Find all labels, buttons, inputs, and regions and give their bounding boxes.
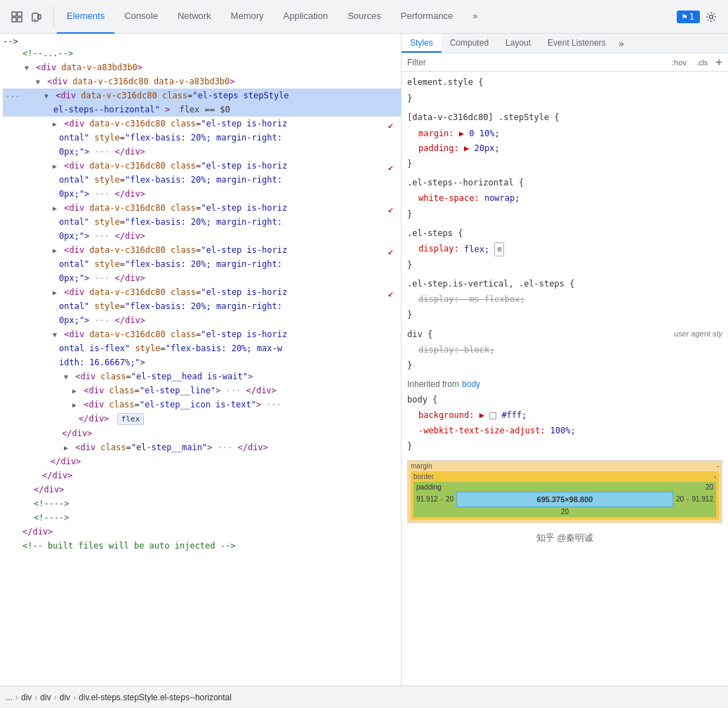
dash-right: -	[687, 495, 689, 503]
status-div2[interactable]: div	[40, 693, 51, 702]
html-line-child2c[interactable]: 0px;"> ··· </div>	[3, 187, 401, 201]
html-line-child4c[interactable]: 0px;"> ··· </div>	[3, 271, 401, 285]
html-line-child2[interactable]: <div data-v-c316dc80 class="el-step is-h…	[3, 159, 401, 173]
expand-arrow[interactable]	[70, 400, 79, 410]
html-line-child1[interactable]: <div data-v-c316dc80 class="el-step is-h…	[3, 117, 401, 131]
content-size: 695.375×98.800	[537, 495, 593, 504]
tab-application[interactable]: Application	[274, 0, 338, 34]
css-selector: .el-step.is-vertical, .el-steps {	[407, 279, 574, 289]
svg-rect-1	[18, 12, 22, 16]
svg-rect-5	[39, 15, 41, 19]
html-line-autoinject[interactable]: <!-- built files will be auto injected -…	[3, 539, 401, 553]
expand-arrow[interactable]	[51, 245, 59, 256]
html-line-child6c[interactable]: idth: 16.6667%;">	[3, 355, 401, 369]
status-div1[interactable]: div	[21, 693, 32, 702]
html-line-child1b[interactable]: ontal" style="flex-basis: 20%; margin-ri…	[3, 131, 401, 145]
tab-performance[interactable]: Performance	[391, 0, 463, 34]
margin-dash: -	[717, 462, 719, 470]
expand-arrow[interactable]	[62, 442, 70, 453]
box-model-margin: margin - border - padding 20	[408, 461, 722, 523]
expand-arrow[interactable]	[70, 386, 79, 396]
html-line-child4[interactable]: <div data-v-c316dc80 class="el-step is-h…	[3, 243, 401, 257]
tab-computed[interactable]: Computed	[442, 34, 497, 53]
line-content: <div data-v-c316dc80 data-v-a83bd3b0>	[22, 75, 401, 88]
status-el-steps[interactable]: div.el-steps.stepStyle.el-steps--horizon…	[79, 693, 232, 702]
tab-network[interactable]: Network	[168, 0, 221, 34]
expand-arrow[interactable]	[51, 161, 59, 171]
line-content: 0px;"> ··· </div>	[22, 145, 401, 158]
html-line-6close[interactable]: </div>	[3, 454, 401, 468]
flex-icon-badge[interactable]: ⊞	[494, 242, 504, 256]
html-line-stepline[interactable]: <div class="el-step__line"> ··· </div>	[3, 383, 401, 398]
html-line-comment1[interactable]: <!--...-->	[3, 46, 401, 60]
pad-bottom: 20	[416, 508, 713, 516]
html-line-icon[interactable]: <div class="el-step__icon is-text"> ···	[3, 398, 401, 412]
css-rule-el-steps: .el-steps { display: flex; ⊞ }	[402, 225, 728, 273]
html-line-child6b[interactable]: ontal is-flex" style="flex-basis: 20%; m…	[3, 341, 401, 355]
expand-arrow[interactable]	[34, 77, 42, 87]
expand-arrow[interactable]	[51, 119, 59, 129]
notification-button[interactable]: ⚑ 1	[677, 11, 700, 23]
flex-badge[interactable]: flex	[117, 413, 145, 425]
html-line-child4b[interactable]: ontal" style="flex-basis: 20%; margin-ri…	[3, 257, 401, 271]
html-line-head[interactable]: <div class="el-step__head is-wait">	[3, 369, 401, 383]
tab-sources[interactable]: Sources	[338, 0, 391, 34]
tab-more[interactable]: »	[463, 0, 487, 34]
css-selector: element.style {	[407, 77, 483, 87]
css-rule-body: body { background: ▶ #fff; -webkit-text-…	[402, 392, 728, 454]
html-line-main[interactable]: <div class="el-step__main"> ··· </div>	[3, 440, 401, 454]
status-breadcrumb-dots[interactable]: ...	[6, 693, 13, 702]
tab-console[interactable]: Console	[114, 0, 168, 34]
html-line-comment2[interactable]: <!---->	[3, 497, 401, 511]
html-line-child3c[interactable]: 0px;"> ··· </div>	[3, 229, 401, 243]
html-line-head-close[interactable]: </div>	[3, 426, 401, 440]
expand-arrow[interactable]	[51, 287, 59, 298]
settings-icon[interactable]	[703, 8, 720, 25]
tab-elements[interactable]: Elements	[57, 0, 114, 34]
red-arrow-4: ↙	[388, 244, 394, 258]
html-line-icon-close[interactable]: </div> flex	[3, 412, 401, 426]
html-line-child2b[interactable]: ontal" style="flex-basis: 20%; margin-ri…	[3, 173, 401, 187]
color-swatch-white[interactable]	[489, 412, 496, 419]
box-model-border: border - padding 20 91.912	[411, 471, 719, 520]
tab-styles[interactable]: Styles	[402, 34, 442, 53]
html-line-1close[interactable]: </div>	[3, 525, 401, 539]
html-line-2close[interactable]: </div>	[3, 483, 401, 497]
html-line-child5b[interactable]: ontal" style="flex-basis: 20%; margin-ri…	[3, 299, 401, 313]
cls-button[interactable]: .cls	[694, 58, 710, 67]
html-line-child5[interactable]: <div data-v-c316dc80 class="el-step is-h…	[3, 285, 401, 299]
inspect-icon[interactable]	[8, 8, 25, 25]
html-line-selected-cont[interactable]: el-steps--horizontal" > flex == $0	[3, 103, 401, 117]
device-icon[interactable]	[28, 8, 45, 25]
line-content: ontal" style="flex-basis: 20%; margin-ri…	[22, 131, 401, 144]
notification-count: 1	[689, 12, 694, 22]
status-div3[interactable]: div	[60, 693, 70, 702]
expand-arrow[interactable]	[62, 372, 70, 382]
tab-memory[interactable]: Memory	[221, 0, 274, 34]
hov-button[interactable]: :hov	[670, 58, 689, 67]
html-line-child3b[interactable]: ontal" style="flex-basis: 20%; margin-ri…	[3, 215, 401, 229]
css-selector: .el-steps--horizontal {	[407, 178, 524, 188]
html-line-comment3[interactable]: <!---->	[3, 511, 401, 525]
html-line-child3[interactable]: <div data-v-c316dc80 class="el-step is-h…	[3, 201, 401, 215]
line-content: <div data-v-c316dc80 class="el-step is-h…	[22, 117, 401, 130]
css-property: display: -ms-flexbox;	[407, 294, 525, 304]
expand-arrow[interactable]	[42, 91, 51, 101]
html-line-3close[interactable]: </div>	[3, 468, 401, 483]
expand-arrow[interactable]	[51, 203, 59, 214]
expand-arrow[interactable]	[22, 63, 31, 73]
tab-layout[interactable]: Layout	[497, 34, 539, 53]
filter-input[interactable]	[432, 58, 664, 67]
tab-more-right[interactable]: »	[614, 34, 628, 53]
html-line-selected[interactable]: ... <div data-v-c316dc80 class="el-steps…	[3, 88, 401, 103]
css-selector: body {	[407, 395, 437, 405]
html-line-2[interactable]: <div data-v-c316dc80 data-v-a83bd3b0>	[3, 74, 401, 88]
add-style-button[interactable]: +	[715, 55, 722, 69]
html-line-1[interactable]: <div data-v-a83bd3b0>	[3, 60, 401, 74]
html-line-child1c[interactable]: 0px;"> ··· </div>	[3, 145, 401, 159]
styles-panel: Styles Computed Layout Event Listeners »…	[402, 34, 728, 686]
tab-event-listeners[interactable]: Event Listeners	[539, 34, 614, 53]
expand-arrow[interactable]	[51, 329, 59, 340]
html-line-child5c[interactable]: 0px;"> ··· </div>	[3, 313, 401, 327]
html-line-child6[interactable]: <div data-v-c316dc80 class="el-step is-h…	[3, 327, 401, 341]
